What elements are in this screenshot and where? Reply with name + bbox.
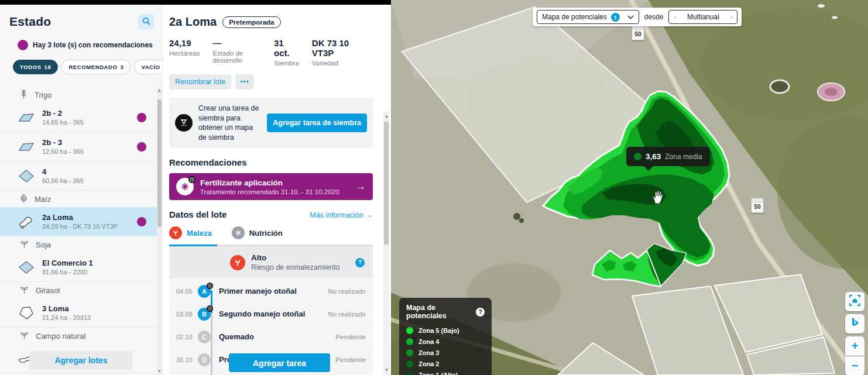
lot-data-header: Datos del lote Más información → (169, 209, 373, 219)
lot-list-item[interactable]: 2b - 312,60 ha - 365 (0, 132, 157, 161)
zone-label: Zona 5 (Bajo) (418, 327, 459, 334)
timeline-step-icon: B (198, 308, 211, 321)
sowing-banner-text: Crear una tarea de siembra para obtener … (198, 104, 261, 142)
add-lots-button[interactable]: Agregar lotes (29, 351, 133, 370)
layer-dropdown-label: Mapa de potenciales (542, 13, 607, 21)
recommendation-title: Fertilizante aplicación (200, 178, 349, 187)
zone-label: Zona 3 (418, 349, 439, 356)
sidebar-scrollbar-thumb[interactable] (157, 99, 162, 227)
lot-item-meta: 14,65 ha - 365 (42, 119, 130, 126)
stat-value: — (212, 38, 261, 48)
sprout-icon (20, 239, 29, 250)
arrow-right-icon[interactable]: → (356, 181, 366, 192)
scroll-down-icon[interactable]: ▼ (384, 367, 389, 373)
zone-label: Zona 4 (418, 338, 439, 345)
recommendation-dot-icon (137, 217, 146, 226)
period-selector[interactable]: ‹ Multianual › (668, 10, 737, 24)
zone-value: 3,63 (646, 152, 661, 161)
stat-label: Variedad (312, 60, 360, 67)
zoom-out-button[interactable]: − (845, 356, 864, 375)
timeline-status: Pendiente (335, 356, 373, 363)
zoom-in-button[interactable]: + (845, 336, 864, 356)
lot-item-name: 2b - 3 (42, 138, 130, 147)
legend-zones: Zona 5 (Bajo)Zona 4Zona 3Zona 2Zona 1 (A… (406, 325, 485, 375)
lot-item-texts: 2b - 214,65 ha - 365 (42, 109, 130, 126)
lot-list-item[interactable]: 460,56 ha - 365 (0, 161, 157, 191)
corn-icon (20, 194, 28, 205)
lot-item-name: 2b - 2 (42, 109, 130, 118)
lot-list-item[interactable]: 2a Loma24,19 ha - DK 73 10 VT3P (0, 207, 157, 236)
lot-list-item[interactable]: 3 Loma21,24 ha - 20313 (0, 298, 157, 328)
timeline-title: Segundo manejo otoñal (219, 309, 328, 318)
satellite-map[interactable]: Mapa de potenciales 1 desde ‹ Multianual… (391, 0, 868, 375)
center-field-button[interactable] (845, 292, 864, 311)
sidebar-title: Estado (9, 15, 51, 29)
field-shape-icon (18, 140, 35, 154)
lot-actions: Renombrar lote ••• (169, 74, 373, 90)
lot-list: Trigo2b - 214,65 ha - 3652b - 312,60 ha … (0, 87, 157, 375)
timeline-row[interactable]: 04.05APrimer manejo otoñalNo realizado (169, 280, 373, 302)
field-shape-icon (18, 306, 35, 320)
stat-value: DK 73 10 VT3P (312, 38, 360, 58)
stat-label: Siembra (274, 60, 299, 67)
lot-title: 2a Loma (169, 15, 217, 29)
legend-help-icon[interactable]: ? (476, 308, 485, 316)
detail-scrollbar-thumb[interactable] (384, 122, 389, 245)
scroll-down-icon[interactable]: ▼ (157, 369, 162, 374)
fertilizer-icon (176, 178, 194, 195)
bing-logo-icon (850, 317, 860, 331)
road-sign-number: 50 (632, 30, 644, 39)
add-task-button[interactable]: Agregar tarea (229, 353, 330, 372)
rename-lot-button[interactable]: Renombrar lote (169, 74, 231, 90)
lot-item-texts: El Comercio 181,66 ha - 2200 (42, 259, 157, 276)
lot-item-meta: 21,24 ha - 20313 (42, 314, 157, 321)
add-sowing-task-button[interactable]: Agregar tarea de siembra (267, 113, 367, 132)
bing-maps-button[interactable] (845, 314, 864, 333)
scroll-up-icon[interactable]: ▲ (157, 88, 162, 93)
chevron-left-icon[interactable]: ‹ (674, 13, 676, 20)
lot-item-texts: 2b - 312,60 ha - 365 (42, 138, 130, 155)
tab-maleza[interactable]: Maleza (169, 226, 212, 245)
layer-count-badge: 1 (611, 13, 620, 22)
wheat-icon (20, 90, 28, 101)
filter-pill-todos[interactable]: TODOS18 (13, 60, 58, 74)
sidebar-scrollbar[interactable]: ▲ ▼ (157, 87, 162, 375)
filter-pill-recomendado[interactable]: RECOMENDADO3 (61, 60, 131, 74)
lot-item-name: El Comercio 1 (42, 259, 157, 267)
lot-list-item[interactable]: 2b - 214,65 ha - 365 (0, 103, 157, 132)
tab-nutricion[interactable]: Nutrición (232, 226, 283, 245)
fertilizer-recommendation-card[interactable]: Fertilizante aplicación Tratamiento reco… (169, 173, 373, 200)
layer-dropdown[interactable]: Mapa de potenciales 1 (537, 10, 639, 24)
chevron-right-icon[interactable]: › (730, 13, 733, 20)
timeline-date: 30.10 (169, 356, 196, 363)
filter-label: VACÍO (141, 64, 160, 70)
search-button[interactable] (138, 14, 154, 29)
tab-underline (169, 245, 373, 246)
period-value: Multianual (687, 13, 719, 21)
zone-dot-icon (634, 153, 641, 160)
legend-zone-row: Zona 4 (406, 336, 485, 347)
stat-label: Hectáreas (169, 50, 200, 57)
scroll-up-icon[interactable]: ▲ (384, 113, 389, 119)
seeder-icon (175, 114, 193, 132)
timeline-row[interactable]: 02.10CQuemadoPendiente (169, 325, 373, 348)
help-icon[interactable]: ? (355, 258, 365, 267)
stat-3: DK 73 10 VT3PVariedad (312, 38, 360, 67)
legend-zone-row: Zona 3 (406, 347, 485, 358)
crop-group-maíz: Maíz (0, 191, 157, 207)
field-shape-icon (18, 214, 35, 229)
stat-label: Estado de desarrollo (212, 50, 261, 64)
field-shape-icon (18, 111, 35, 125)
timeline-step-icon: D (198, 353, 211, 366)
timeline-row[interactable]: 03.08BSegundo manejo otoñalNo realizado (169, 302, 373, 325)
more-info-link[interactable]: Más información → (310, 211, 373, 219)
zone-color-dot (406, 349, 413, 356)
sidebar: Estado Hay 3 lote (s) con recomendacione… (0, 0, 162, 375)
stat-2: 31 oct.Siembra (274, 38, 299, 67)
filter-count: 18 (44, 64, 52, 70)
recommendation-dot-icon (137, 113, 146, 122)
focus-home-icon (849, 295, 860, 309)
more-options-button[interactable]: ••• (235, 74, 254, 90)
detail-scrollbar[interactable]: ▲ ▼ (383, 111, 389, 375)
lot-list-item[interactable]: El Comercio 181,66 ha - 2200 (0, 253, 157, 282)
